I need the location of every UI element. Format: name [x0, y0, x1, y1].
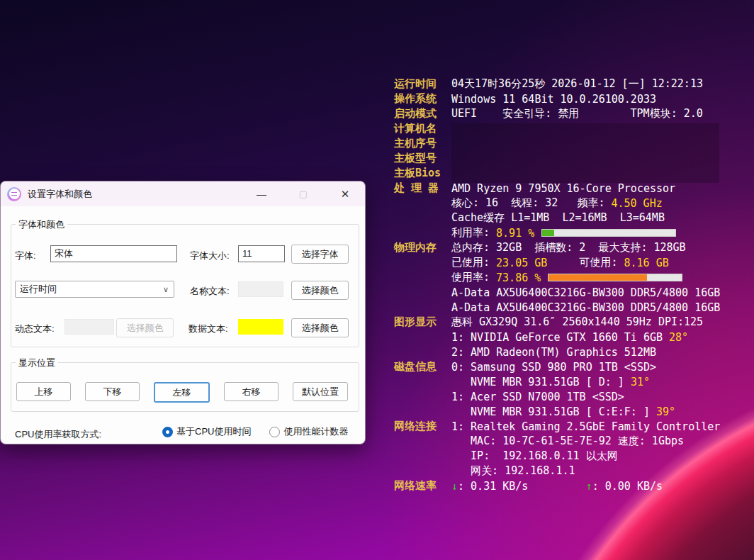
sysinfo-label: 处 理 器	[394, 181, 451, 195]
sysinfo-line: 主板Bios	[394, 166, 727, 181]
sysinfo-line: 1: Acer SSD N7000 1TB <SSD>	[394, 389, 727, 404]
radio-label: 基于CPU使用时间	[176, 425, 251, 438]
sysinfo-line: 操作系统Windows 11 64Bit 10.0.26100.2033	[394, 91, 727, 106]
sysinfo-text: 73.86 %	[496, 271, 541, 284]
sysinfo-text: 28°	[669, 331, 688, 344]
sysinfo-label: 操作系统	[394, 92, 451, 106]
font-size-input[interactable]: 11	[238, 245, 285, 262]
sysinfo-text: 0: Samsung SSD 980 PRO 1TB <SSD>	[451, 361, 656, 374]
radio-performance-counter[interactable]: 使用性能计数器	[269, 425, 348, 438]
system-info-panel: 运行时间04天17时36分25秒 2026-01-12 [一] 12:22:13…	[394, 77, 727, 493]
sysinfo-line: 启动模式UEFI 安全引导: 禁用 TPM模块: 2.0	[394, 106, 727, 121]
desktop-background: 运行时间04天17时36分25秒 2026-01-12 [一] 12:22:13…	[0, 0, 754, 560]
sysinfo-label: 主机序号	[394, 137, 451, 150]
sysinfo-label: 网络连接	[394, 420, 451, 433]
sysinfo-line: 利用率: 8.91 %	[394, 225, 727, 240]
sysinfo-label: 计算机名	[394, 122, 451, 135]
sysinfo-text: 04天17时36分25秒 2026-01-12 [一] 12:22:13	[451, 77, 703, 91]
sysinfo-text: 总内存: 32GB 插槽数: 2 最大支持: 128GB	[451, 241, 686, 254]
sysinfo-text: UEFI 安全引导: 禁用 TPM模块: 2.0	[451, 107, 703, 121]
sysinfo-text: 使用率:	[451, 271, 496, 284]
sysinfo-label: 网络速率	[394, 479, 451, 493]
data-text-swatch[interactable]	[238, 319, 283, 335]
move-left-button[interactable]: 左移	[154, 382, 210, 403]
sysinfo-text: IP: 192.168.0.11 以太网	[451, 449, 618, 463]
sysinfo-label: 磁盘信息	[394, 360, 451, 374]
font-size-label: 字体大小:	[190, 250, 230, 262]
radio-unselected-icon[interactable]	[269, 427, 280, 437]
cpu-mode-label: CPU使用率获取方式:	[15, 428, 101, 441]
sysinfo-line: MAC: 10-7C-61-5E-7E-92 速度: 1Gbps	[394, 434, 727, 449]
sysinfo-text: 核心: 16 线程: 32 频率:	[451, 196, 611, 210]
sysinfo-text: NVME MBR 931.51GB [ C:E:F: ]	[451, 405, 656, 418]
window-titlebar[interactable]: 设置字体和颜色 — ▢ ✕	[1, 181, 365, 206]
sysinfo-label: 主板型号	[394, 152, 451, 165]
sysinfo-text: A-Data AX5U6400C3216G-BW300 DDR5/4800 16…	[451, 286, 720, 299]
sysinfo-text: NVME MBR 931.51GB [ D: ]	[451, 376, 631, 388]
sysinfo-text: 1: NVIDIA GeForce GTX 1660 Ti 6GB	[451, 331, 669, 344]
sysinfo-text: 8.16 GB	[624, 257, 669, 269]
sysinfo-line: 运行时间04天17时36分25秒 2026-01-12 [一] 12:22:13	[394, 77, 727, 91]
font-color-settings-window: 设置字体和颜色 — ▢ ✕ 字体和颜色 字体: 宋体 字体大小: 11 选择字体…	[0, 181, 366, 444]
sysinfo-text: 39°	[656, 405, 675, 418]
default-position-button[interactable]: 默认位置	[293, 382, 348, 401]
sysinfo-text: 利用率:	[451, 226, 496, 240]
usage-bar	[548, 274, 682, 281]
sysinfo-line: 使用率: 73.86 %	[394, 270, 727, 285]
font-label: 字体:	[15, 250, 36, 262]
move-down-button[interactable]: 下移	[85, 382, 140, 401]
sysinfo-label: 启动模式	[394, 107, 451, 121]
app-icon	[7, 187, 21, 201]
sysinfo-text: 8.91 %	[496, 227, 534, 240]
sysinfo-label: 主板Bios	[394, 167, 451, 180]
sysinfo-text: 网关: 192.168.1.1	[451, 464, 575, 478]
sysinfo-line: 计算机名	[394, 121, 727, 136]
display-position-legend: 显示位置	[16, 357, 58, 369]
sysinfo-line: 核心: 16 线程: 32 频率: 4.50 GHz	[394, 196, 727, 211]
sysinfo-line: 2: AMD Radeon(TM) Graphics 512MB	[394, 345, 727, 359]
dynamic-text-swatch	[64, 319, 114, 335]
cpu-mode-options: 基于CPU使用时间使用性能计数器	[162, 425, 348, 438]
move-right-button[interactable]: 右移	[224, 382, 278, 401]
sysinfo-text: : 0.31 KB/s	[458, 480, 528, 493]
sysinfo-label: 物理内存	[394, 241, 451, 254]
sysinfo-line: 主机序号	[394, 136, 727, 151]
sysinfo-text: : 0.00 KB/s	[592, 480, 663, 493]
sysinfo-text: 已使用:	[451, 256, 496, 269]
sysinfo-line: 图形显示惠科 GX329Q 31.6″ 2560x1440 59Hz DPI:1…	[394, 315, 727, 330]
sysinfo-text: AMD Ryzen 9 7950X 16-Core Processor	[451, 182, 675, 195]
name-text-swatch[interactable]	[238, 281, 283, 297]
sysinfo-text: ↑	[586, 480, 592, 493]
sysinfo-label: 运行时间	[394, 77, 451, 91]
sysinfo-line: NVME MBR 931.51GB [ D: ] 31°	[394, 374, 727, 389]
select-color-name-button[interactable]: 选择颜色	[291, 281, 349, 300]
sysinfo-text: 2: AMD Radeon(TM) Graphics 512MB	[451, 346, 656, 359]
sysinfo-text: 31°	[631, 376, 650, 388]
sysinfo-text: Cache缓存 L1=1MB L2=16MB L3=64MB	[451, 211, 665, 225]
sysinfo-text: 4.50 GHz	[611, 197, 662, 210]
sysinfo-label: 图形显示	[394, 315, 451, 329]
select-color-dynamic-button: 选择颜色	[116, 318, 174, 337]
item-dropdown[interactable]: 运行时间 ∨	[15, 281, 174, 298]
sysinfo-line: A-Data AX5U6400C3216G-BW300 DDR5/4800 16…	[394, 300, 727, 315]
sysinfo-text: 惠科 GX329Q 31.6″ 2560x1440 59Hz DPI:125	[451, 315, 703, 329]
font-name-input[interactable]: 宋体	[50, 245, 177, 262]
radio-selected-icon[interactable]	[162, 427, 173, 437]
move-up-button[interactable]: 上移	[16, 382, 71, 401]
item-dropdown-value: 运行时间	[16, 283, 163, 296]
radio-label: 使用性能计数器	[283, 425, 348, 438]
close-icon[interactable]: ✕	[330, 181, 361, 206]
sysinfo-line: 主板型号	[394, 151, 727, 166]
sysinfo-line: 物理内存总内存: 32GB 插槽数: 2 最大支持: 128GB	[394, 240, 727, 255]
sysinfo-text: 1: Acer SSD N7000 1TB <SSD>	[451, 391, 624, 403]
radio-cpu-usage-time[interactable]: 基于CPU使用时间	[162, 425, 251, 438]
select-font-button[interactable]: 选择字体	[291, 245, 349, 264]
sysinfo-text	[528, 480, 585, 493]
minimize-icon[interactable]: —	[246, 181, 277, 206]
sysinfo-text: 可使用:	[547, 256, 624, 269]
sysinfo-text: Windows 11 64Bit 10.0.26100.2033	[451, 93, 656, 106]
font-color-legend: 字体和颜色	[16, 218, 67, 231]
sysinfo-line: 处 理 器AMD Ryzen 9 7950X 16-Core Processor	[394, 181, 727, 196]
select-color-data-button[interactable]: 选择颜色	[291, 318, 349, 337]
maximize-icon: ▢	[288, 181, 319, 206]
